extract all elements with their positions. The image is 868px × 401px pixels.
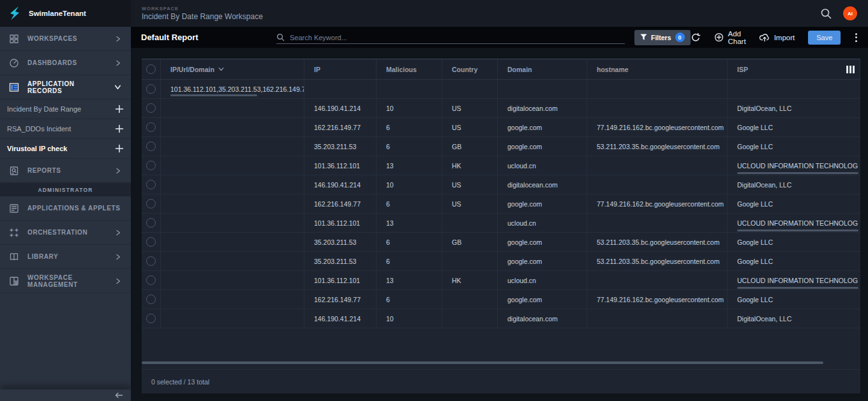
row-checkbox[interactable] — [146, 275, 156, 285]
add-chart-button[interactable]: Add Chart — [714, 30, 746, 45]
row-checkbox[interactable] — [146, 161, 156, 170]
cell-domain: google.com — [498, 290, 587, 309]
cell-isp: DigitalOcean, LLC — [728, 175, 860, 194]
cell-hostname: 53.211.203.35.bc.googleusercontent.com — [587, 233, 728, 251]
cell-malicious: 10 — [377, 309, 442, 328]
toolbar-actions: Add Chart Import Save — [691, 30, 859, 45]
search-icon[interactable] — [820, 8, 832, 20]
cell-hostname: 77.149.216.162.bc.googleusercontent.com — [587, 194, 728, 213]
sidebar-item-label: LIBRARY — [27, 253, 58, 260]
column-chooser-icon[interactable] — [846, 66, 855, 73]
sidebar-item-label: APPLICATION RECORDS — [27, 80, 105, 94]
row-checkbox[interactable] — [146, 180, 156, 189]
cell-scrollbar[interactable] — [737, 172, 858, 174]
cell-domain: google.com — [498, 252, 587, 270]
column-header-country[interactable]: Country — [442, 59, 498, 79]
cell-domain: google.com — [498, 194, 587, 213]
column-header-domain[interactable]: Domain — [498, 59, 587, 79]
row-checkbox[interactable] — [146, 295, 156, 304]
cell-hostname: 77.149.216.162.bc.googleusercontent.com — [587, 290, 728, 309]
horizontal-scrollbar[interactable] — [142, 361, 855, 364]
sidebar-item-reports[interactable]: REPORTS — [0, 159, 131, 183]
table-row[interactable]: 101.36.112.101,35.203.211.53,162.216.149… — [142, 80, 860, 99]
table-row[interactable]: 35.203.211.53 6 GB google.com 53.211.203… — [142, 137, 860, 156]
plus-icon[interactable] — [115, 105, 124, 113]
cell-ip-url-domain — [161, 309, 304, 328]
filters-button[interactable]: Filters 0 — [634, 30, 691, 45]
table-row[interactable]: 101.36.112.101 13 ucloud.cn UCLOUD INFOR… — [142, 214, 860, 233]
cell-scrollbar[interactable] — [737, 287, 858, 289]
sidebar-subitem-incident-by-date-range[interactable]: Incident By Date Range — [0, 99, 131, 119]
table-row[interactable]: 101.36.112.101 13 HK ucloud.cn UCLOUD IN… — [142, 271, 860, 290]
table-row[interactable]: 146.190.41.214 10 US digitalocean.com Di… — [142, 99, 860, 118]
sidebar-item-library[interactable]: LIBRARY — [0, 245, 131, 269]
row-select-cell — [142, 137, 161, 156]
cell-scrollbar[interactable] — [170, 94, 257, 96]
row-checkbox[interactable] — [146, 199, 156, 208]
plus-icon[interactable] — [115, 144, 124, 153]
sidebar-item-workspace-management[interactable]: WORKSPACE MANAGEMENT — [0, 269, 131, 293]
cell-country — [442, 80, 498, 98]
more-options-kebab-icon[interactable] — [854, 32, 858, 43]
sidebar-item-workspaces[interactable]: WORKSPACES — [0, 27, 131, 51]
column-header-isp[interactable]: ISP — [728, 59, 860, 79]
row-checkbox[interactable] — [146, 142, 156, 151]
table-row[interactable]: 146.190.41.214 10 US digitalocean.com Di… — [142, 175, 860, 194]
sidebar-subitem-label: RSA_DDOs Incident — [7, 125, 71, 133]
sidebar-item-label: REPORTS — [27, 167, 61, 174]
cell-ip-url-domain — [161, 233, 304, 251]
search-icon — [276, 33, 285, 41]
select-all-checkbox[interactable] — [146, 64, 156, 74]
cell-country: US — [442, 175, 498, 194]
row-checkbox[interactable] — [146, 237, 156, 247]
table-row[interactable]: 162.216.149.77 6 US google.com 77.149.21… — [142, 118, 860, 137]
cell-malicious: 13 — [377, 271, 442, 289]
cell-isp — [728, 80, 860, 98]
avatar[interactable]: AI — [843, 6, 857, 20]
sidebar-item-application-records[interactable]: APPLICATION RECORDS — [0, 75, 131, 99]
report-content: IP/Url/Domain IP Malicious Country Domai… — [131, 48, 868, 401]
sort-chevron-down-icon — [218, 66, 225, 73]
cell-scrollbar[interactable] — [737, 230, 858, 231]
import-button[interactable]: Import — [760, 33, 795, 42]
row-checkbox[interactable] — [146, 103, 156, 113]
row-checkbox[interactable] — [146, 256, 156, 266]
table-row[interactable]: 35.203.211.53 6 GB google.com 53.211.203… — [142, 233, 860, 252]
orchestration-icon — [9, 228, 19, 238]
row-select-cell — [142, 194, 161, 213]
cell-domain: digitalocean.com — [498, 99, 587, 117]
sidebar-subitem-virustoal-ip-check[interactable]: Virustoal IP check — [0, 139, 131, 159]
column-header-malicious[interactable]: Malicious — [377, 59, 442, 79]
cell-domain: ucloud.cn — [498, 214, 587, 232]
refresh-icon[interactable] — [691, 33, 701, 43]
plus-icon[interactable] — [115, 124, 124, 133]
row-checkbox[interactable] — [146, 218, 156, 228]
table-row[interactable]: 146.190.41.214 10 digitalocean.com Digit… — [142, 309, 860, 328]
sidebar-item-orchestration[interactable]: ORCHESTRATION — [0, 221, 131, 245]
chevron-right-icon — [114, 59, 122, 67]
table-row[interactable]: 162.216.149.77 6 google.com 77.149.216.1… — [142, 290, 860, 309]
sidebar-section-administrator: ADMINISTRATOR — [0, 183, 131, 196]
horizontal-scrollbar-thumb[interactable] — [142, 361, 823, 364]
table-row[interactable]: 162.216.149.77 6 US google.com 77.149.21… — [142, 194, 860, 214]
sidebar-item-dashboards[interactable]: DASHBOARDS — [0, 51, 131, 75]
column-header-hostname[interactable]: hostname — [587, 59, 728, 79]
sidebar-item-applications-applets[interactable]: APPLICATIONS & APPLETS — [0, 196, 131, 221]
cell-hostname: 53.211.203.35.bc.googleusercontent.com — [587, 252, 728, 270]
table-row[interactable]: 101.36.112.101 13 HK ucloud.cn UCLOUD IN… — [142, 156, 860, 175]
column-header-ip[interactable]: IP — [304, 59, 377, 79]
row-checkbox[interactable] — [146, 314, 156, 323]
cell-isp: DigitalOcean, LLC — [728, 309, 860, 328]
cell-ip-url-domain — [161, 194, 304, 213]
search-input[interactable] — [290, 34, 625, 41]
table-row[interactable]: 35.203.211.53 6 google.com 53.211.203.35… — [142, 252, 860, 271]
column-header-ip-url-domain[interactable]: IP/Url/Domain — [161, 59, 304, 79]
sidebar-subitem-rsa-ddos-incident[interactable]: RSA_DDOs Incident — [0, 119, 131, 139]
row-checkbox[interactable] — [146, 122, 156, 132]
cell-ip: 146.190.41.214 — [304, 309, 377, 328]
report-icon — [9, 166, 19, 176]
cell-isp: DigitalOcean, LLC — [728, 99, 860, 117]
arrow-left-icon[interactable] — [114, 391, 123, 399]
row-checkbox[interactable] — [146, 84, 156, 94]
save-button[interactable]: Save — [808, 31, 841, 45]
